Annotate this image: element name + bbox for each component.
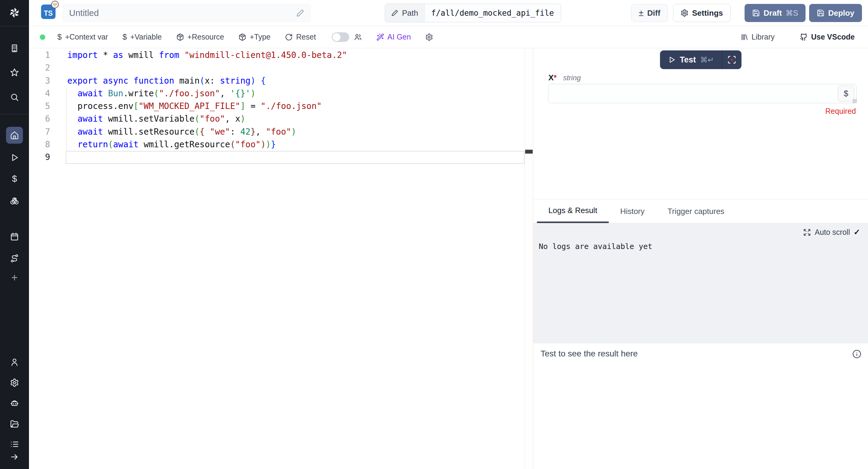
sidebar-item-user-icon[interactable] xyxy=(8,355,21,369)
magic-wand-icon xyxy=(376,33,384,41)
code-line[interactable]: await wmill.setVariable("foo", x) xyxy=(66,113,525,125)
capture-run-button[interactable] xyxy=(722,51,742,69)
script-title-field[interactable]: Untitled xyxy=(63,4,311,22)
ai-gen-button[interactable]: AI Gen xyxy=(376,33,411,41)
use-vscode-button[interactable]: Use VScode xyxy=(800,33,855,41)
multiplayer-users-icon xyxy=(354,33,362,41)
sidebar-item-routes-icon[interactable] xyxy=(8,252,21,265)
add-type-button[interactable]: +Type xyxy=(239,33,271,41)
code-line[interactable]: export async function main(x: string) { xyxy=(66,74,525,87)
editor-overview-ruler[interactable] xyxy=(525,48,533,469)
sidebar: $ + xyxy=(0,0,29,469)
line-number: 1 xyxy=(29,49,50,62)
code-editor[interactable]: 123456789 import * as wmill from "windmi… xyxy=(29,48,533,469)
draft-button[interactable]: Draft ⌘S xyxy=(745,4,806,22)
add-resource-label: +Resource xyxy=(187,33,224,41)
sidebar-item-schedules-calendar-icon[interactable] xyxy=(8,230,21,243)
result-tabs: Logs & Result History Trigger captures xyxy=(533,199,868,223)
add-variable-label: +Variable xyxy=(130,33,161,41)
sidebar-divider xyxy=(0,26,29,26)
code-line[interactable]: return(await wmill.getResource("foo"))} xyxy=(66,138,525,151)
sidebar-item-resources-boxes-icon[interactable] xyxy=(8,194,21,208)
tab-trigger-captures[interactable]: Trigger captures xyxy=(656,199,736,223)
test-button[interactable]: Test ⌘↵ xyxy=(660,51,722,69)
tab-logs-and-result[interactable]: Logs & Result xyxy=(537,199,609,223)
library-button[interactable]: Library xyxy=(740,33,774,41)
code-line[interactable] xyxy=(66,151,525,163)
sidebar-item-variables-dollar-icon[interactable]: $ xyxy=(8,172,21,185)
sidebar-item-workers-robot-icon[interactable] xyxy=(8,397,21,410)
result-placeholder: Test to see the result here xyxy=(540,349,638,358)
expand-logs-icon[interactable] xyxy=(803,228,811,236)
windmill-app: $ + xyxy=(0,0,868,469)
language-server-status-dot xyxy=(40,34,45,40)
add-resource-button[interactable]: +Resource xyxy=(176,33,224,41)
insert-variable-button[interactable]: $ xyxy=(838,86,854,101)
required-asterisk: * xyxy=(554,73,557,82)
arg-x-input[interactable] xyxy=(548,84,857,103)
favorites-star-icon[interactable] xyxy=(8,66,21,79)
editor-gutter: 123456789 xyxy=(29,48,66,469)
dollar-icon: $ xyxy=(123,32,127,42)
script-title: Untitled xyxy=(69,8,296,18)
required-warning: Required xyxy=(826,107,856,116)
auto-scroll-control[interactable]: Auto scroll ✓ xyxy=(803,227,860,237)
deploy-button[interactable]: Deploy xyxy=(809,4,862,22)
test-button-group[interactable]: Test ⌘↵ xyxy=(660,51,741,69)
code-line[interactable]: await Bun.write("./foo.json", '{}') xyxy=(66,87,525,100)
diff-button[interactable]: ± Diff xyxy=(631,4,668,22)
multiplayer-toggle[interactable] xyxy=(332,32,349,42)
sidebar-add-plus-icon[interactable]: + xyxy=(8,271,21,284)
reset-label: Reset xyxy=(296,33,316,41)
sidebar-item-home[interactable] xyxy=(6,127,23,144)
line-number: 4 xyxy=(29,87,50,100)
dollar-icon: $ xyxy=(57,32,62,42)
add-context-var-label: +Context var xyxy=(65,33,108,41)
path-chip[interactable]: Path f/all/demo_mocked_api_file xyxy=(385,4,561,22)
sidebar-item-audit-logs-list-icon[interactable] xyxy=(8,438,21,451)
sidebar-item-settings-gear-icon[interactable] xyxy=(8,376,21,389)
code-lines[interactable]: import * as wmill from "windmill-client@… xyxy=(66,48,525,469)
code-line[interactable]: await wmill.setResource({ "we": 42}, "fo… xyxy=(66,126,525,138)
search-icon[interactable] xyxy=(8,91,21,104)
line-number: 7 xyxy=(29,126,50,138)
code-line[interactable] xyxy=(66,62,525,74)
workspace-building-icon[interactable] xyxy=(8,42,21,55)
draft-shortcut: ⌘S xyxy=(785,9,798,18)
add-context-var-button[interactable]: $ +Context var xyxy=(57,32,108,42)
save-icon xyxy=(817,9,825,17)
line-number: 8 xyxy=(29,138,50,151)
info-icon[interactable] xyxy=(852,349,861,358)
argument-type: string xyxy=(563,74,581,82)
sidebar-collapse-arrow-icon[interactable] xyxy=(8,450,21,464)
logs-empty-message: No logs are available yet xyxy=(539,242,652,251)
code-line[interactable]: process.env["WM_MOCKED_API_FILE"] = "./f… xyxy=(66,100,525,113)
code-line[interactable]: import * as wmill from "windmill-client@… xyxy=(66,49,525,62)
package-icon xyxy=(239,33,246,41)
add-type-label: +Type xyxy=(250,33,271,41)
auto-scroll-label: Auto scroll xyxy=(814,228,850,237)
reset-button[interactable]: Reset xyxy=(285,33,316,41)
path-label: Path xyxy=(402,8,418,18)
sidebar-item-folders-icon[interactable] xyxy=(8,417,21,430)
editor-settings-gear-icon[interactable] xyxy=(425,33,433,41)
gear-icon xyxy=(681,9,688,17)
result-panel: Test to see the result here xyxy=(533,343,868,469)
deploy-button-label: Deploy xyxy=(828,8,855,18)
language-badge-label: TS xyxy=(44,9,53,18)
edit-title-pencil-icon[interactable] xyxy=(296,9,305,17)
input-resize-handle[interactable] xyxy=(852,99,857,103)
argument-name: X xyxy=(548,73,554,82)
editor-toolbar: $ +Context var $ +Variable +Resource +Ty… xyxy=(29,26,868,48)
line-number: 3 xyxy=(29,74,50,87)
sidebar-item-runs-play-icon[interactable] xyxy=(8,151,21,164)
test-shortcut: ⌘↵ xyxy=(700,56,714,64)
settings-button[interactable]: Settings xyxy=(673,4,731,22)
auto-scroll-checkbox[interactable]: ✓ xyxy=(854,227,860,237)
plus-minus-icon: ± xyxy=(639,8,644,18)
tab-history[interactable]: History xyxy=(609,199,656,223)
library-icon xyxy=(740,33,748,41)
windmill-logo-icon[interactable] xyxy=(7,5,22,21)
add-variable-button[interactable]: $ +Variable xyxy=(123,32,162,42)
path-value: f/all/demo_mocked_api_file xyxy=(425,4,561,22)
